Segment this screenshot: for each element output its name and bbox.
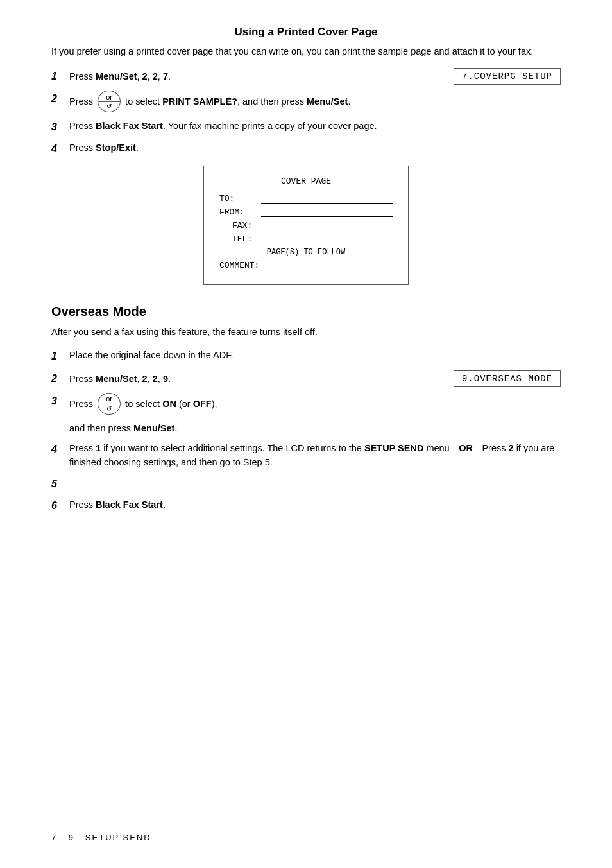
cover-pages-follow: PAGE(S) TO FOLLOW [219, 248, 393, 257]
step1-lcd: 7.COVERPG SETUP [454, 68, 561, 85]
overseas-title: Overseas Mode [51, 304, 561, 319]
footer-page-num: 7 - 9 [51, 833, 74, 842]
step2-row: 2 Press or ↺ to select PRINT SAMPLE?, an… [51, 91, 561, 113]
os-step1-text: Place the original face down in the ADF. [69, 349, 561, 363]
step4-text: Press Stop/Exit. [69, 141, 561, 155]
footer-label: SETUP SEND [85, 833, 151, 842]
os-step4-text: Press 1 if you want to select additional… [69, 442, 561, 470]
step2-num: 2 [51, 91, 69, 107]
os-step3-row: 3 Press or ↺ to select ON (or OFF), [51, 394, 561, 415]
cover-from-line: FROM: [219, 207, 393, 217]
section1-intro: If you prefer using a printed cover page… [51, 45, 561, 59]
cover-fax-line: FAX: [232, 221, 393, 230]
step1-row: 1 Press Menu/Set, 2, 2, 7. 7.COVERPG SET… [51, 68, 561, 85]
cover-page-sample: === COVER PAGE === TO: FROM: FAX: TEL: P… [203, 166, 409, 285]
section1: Using a Printed Cover Page If you prefer… [51, 26, 561, 285]
os-step2-row: 2 Press Menu/Set, 2, 2, 9. 9.OVERSEAS MO… [51, 370, 561, 387]
os-step6-num: 6 [51, 498, 69, 514]
os-step2-lcd: 9.OVERSEAS MODE [454, 370, 561, 387]
os-step5-row: 5 [51, 476, 561, 492]
cover-from-underline [261, 208, 393, 217]
os-step4-num: 4 [51, 442, 69, 457]
os-step1-num: 1 [51, 349, 69, 364]
os-step2-num: 2 [51, 373, 69, 385]
os-step3-text: Press or ↺ to select ON (or OFF), [69, 394, 561, 415]
os-step3-cont: and then press Menu/Set. [69, 422, 561, 436]
cover-to-line: TO: [219, 194, 393, 204]
or-icon-os-step3: or ↺ [98, 393, 121, 415]
cover-fax-label: FAX: [232, 221, 274, 230]
overseas-intro: After you send a fax using this feature,… [51, 326, 561, 340]
step1-num: 1 [51, 71, 69, 82]
os-step6-text: Press Black Fax Start. [69, 498, 561, 512]
or-icon-step2: or ↺ [98, 91, 121, 112]
step3-text: Press Black Fax Start. Your fax machine … [69, 119, 561, 134]
cover-to-label: TO: [219, 194, 261, 204]
cover-comment-line: COMMENT: [219, 261, 393, 270]
os-step5-num: 5 [51, 476, 69, 492]
os-step3-num: 3 [51, 394, 69, 409]
os-step1-row: 1 Place the original face down in the AD… [51, 349, 561, 364]
os-step2-text: Press Menu/Set, 2, 2, 9. [69, 374, 441, 384]
cover-tel-label: TEL: [232, 234, 274, 244]
section1-title: Using a Printed Cover Page [51, 26, 561, 39]
cover-tel-line: TEL: [232, 234, 393, 244]
cover-from-label: FROM: [219, 207, 261, 217]
step3-num: 3 [51, 119, 69, 135]
step1-text: Press Menu/Set, 2, 2, 7. [69, 71, 441, 82]
cover-page-title: === COVER PAGE === [219, 177, 393, 186]
step4-num: 4 [51, 141, 69, 157]
section2: Overseas Mode After you send a fax using… [51, 304, 561, 514]
os-step6-row: 6 Press Black Fax Start. [51, 498, 561, 514]
step4-row: 4 Press Stop/Exit. [51, 141, 561, 157]
step2-text: Press or ↺ to select PRINT SAMPLE?, and … [69, 91, 561, 113]
cover-to-underline [261, 195, 393, 204]
os-step4-row: 4 Press 1 if you want to select addition… [51, 442, 561, 470]
page-footer: 7 - 9 SETUP SEND [51, 833, 151, 842]
step3-row: 3 Press Black Fax Start. Your fax machin… [51, 119, 561, 135]
cover-comment-label: COMMENT: [219, 261, 261, 270]
